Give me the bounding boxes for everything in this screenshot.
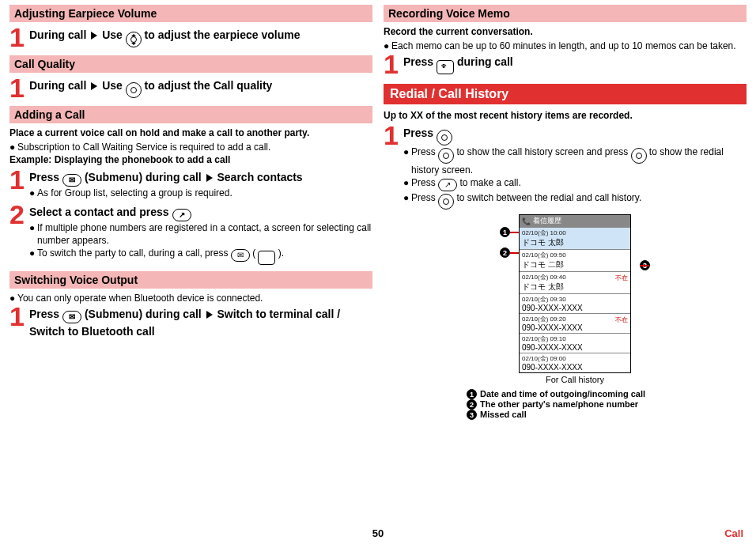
note-bullet: ● Press to show the call history screen … xyxy=(403,145,747,176)
legend-1: 1 xyxy=(467,389,477,399)
list-item: 02/10(金) 09:40ドコモ 太郎不在 xyxy=(520,271,630,293)
phone-icon: 📞 xyxy=(522,217,531,225)
super-header-redial: Redial / Call History xyxy=(384,84,747,104)
section-lead: Up to XX of the most recent history item… xyxy=(384,109,747,122)
note-bullet: ●As for Group list, selecting a group is… xyxy=(29,187,372,199)
triangle-icon xyxy=(91,82,97,90)
section-header-voice-memo: Recording Voice Memo xyxy=(384,5,747,22)
triangle-icon xyxy=(206,311,213,319)
list-item: 02/10(金) 09:10090-XXXX-XXXX xyxy=(520,333,630,353)
memo-key-icon: ᯤ xyxy=(437,60,454,74)
callout-2: 2 xyxy=(500,247,510,258)
mail-key-icon: ✉ xyxy=(62,174,81,187)
note-bullet: ●Each memo can be up to 60 minutes in le… xyxy=(384,40,747,52)
callout-1: 1 xyxy=(500,227,510,237)
page-number: 50 xyxy=(372,527,384,539)
nav-key-icon xyxy=(438,148,454,164)
step-instruction: Press ✉ (Submenu) during call Search con… xyxy=(29,169,372,187)
step-number: 1 xyxy=(9,304,29,328)
section-header-earpiece-volume: Adjusting Earpiece Volume xyxy=(9,5,372,22)
screen-caption: For Call history xyxy=(472,375,678,384)
step-instruction: During call Use to adjust the Call quali… xyxy=(29,77,372,98)
step-number: 2 xyxy=(9,202,29,226)
call-key-icon: ↗ xyxy=(172,209,191,221)
legend-3: 3 xyxy=(467,410,477,420)
mail-key-icon: ✉ xyxy=(231,249,250,262)
section-header-call-quality: Call Quality xyxy=(9,55,372,73)
step-number: 1 xyxy=(9,76,29,100)
nav-key-icon xyxy=(438,194,454,210)
legend-2: 2 xyxy=(467,399,477,410)
note-bullet: ●If multiple phone numbers are registere… xyxy=(29,221,372,247)
note-bullet: ●You can only operate when Bluetooth dev… xyxy=(9,292,372,304)
mail-key-icon: ✉ xyxy=(62,311,81,323)
note-bullet: ●Subscription to Call Waiting Service is… xyxy=(9,141,372,153)
section-header-voice-output: Switching Voice Output xyxy=(9,271,372,289)
nav-key-icon xyxy=(437,130,452,145)
phone-screen: 📞 着信履歴 02/10(金) 10:00ドコモ 太郎02/10(金) 09:5… xyxy=(519,214,631,373)
list-item: 02/10(金) 10:00ドコモ 太郎 xyxy=(520,227,630,249)
step-instruction: Press xyxy=(403,125,747,145)
note-bullet: ● Press ↗ to make a call. xyxy=(403,176,747,191)
call-key-icon: ↗ xyxy=(438,179,457,191)
note-bullet: ● Press to switch between the redial and… xyxy=(403,191,747,210)
nav-key-icon xyxy=(631,148,647,164)
triangle-icon xyxy=(91,32,97,40)
step-number: 1 xyxy=(9,168,29,191)
step-instruction: Press ᯤ during call xyxy=(403,54,747,74)
step-instruction: Press ✉ (Submenu) during call Switch to … xyxy=(29,306,372,339)
step-number: 1 xyxy=(9,25,29,49)
step-instruction: Select a contact and press ↗ xyxy=(29,204,372,221)
example-label: Example: Displaying the phonebook to add… xyxy=(9,153,372,166)
nav-key-icon xyxy=(126,32,142,47)
phone-titlebar: 📞 着信履歴 xyxy=(520,215,630,227)
list-item: 02/10(金) 09:50ドコモ 二郎 xyxy=(520,249,630,271)
step-number: 1 xyxy=(384,52,403,76)
triangle-icon xyxy=(206,174,213,182)
step-instruction: During call Use to adjust the earpiece v… xyxy=(29,27,372,47)
list-item: 02/10(金) 09:30090-XXXX-XXXX xyxy=(520,293,630,313)
section-lead: Place a current voice call on hold and m… xyxy=(9,127,372,139)
footer-section: Call xyxy=(724,527,743,539)
step-number: 1 xyxy=(384,123,403,147)
section-lead: Record the current conversation. xyxy=(384,25,747,38)
nav-key-icon xyxy=(126,82,142,98)
list-item: 02/10(金) 09:20090-XXXX-XXXX不在 xyxy=(520,313,630,333)
switch-key-icon xyxy=(258,251,275,265)
list-item: 02/10(金) 09:00090-XXXX-XXXX xyxy=(520,353,630,372)
note-bullet: ● To switch the party to call, during a … xyxy=(29,247,372,265)
section-header-adding-call: Adding a Call xyxy=(9,106,372,123)
